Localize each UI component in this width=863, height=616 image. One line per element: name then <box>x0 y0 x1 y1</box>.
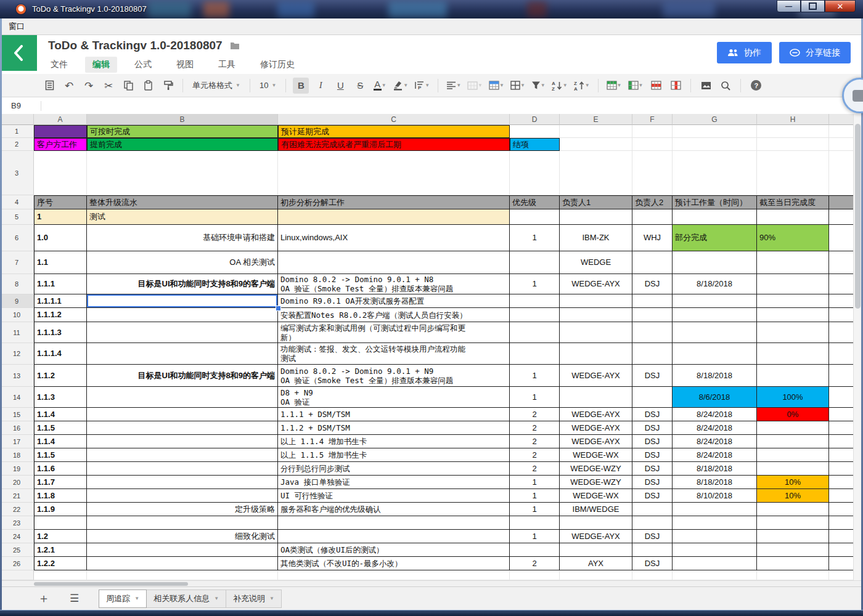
cell-D14[interactable]: 1 <box>510 387 560 408</box>
cell-C23[interactable] <box>278 516 510 530</box>
cell-F8[interactable]: DSJ <box>632 274 673 294</box>
cell-D8[interactable]: 1 <box>510 274 560 294</box>
cell-D22[interactable]: 1 <box>510 503 560 516</box>
maximize-button[interactable] <box>801 0 825 12</box>
sheet-tab[interactable]: 补充说明▼ <box>226 590 282 608</box>
cell-B13[interactable]: 目标是UI和功能同时支持8和9的客户端 <box>87 365 278 387</box>
cell-A8[interactable]: 1.1.1 <box>34 274 87 294</box>
cell-F19[interactable]: DSJ <box>632 462 673 476</box>
cell-G6[interactable]: 部分完成 <box>673 225 757 251</box>
cell-C21[interactable]: UI 可行性验证 <box>278 489 510 503</box>
cell-F23[interactable] <box>632 516 673 530</box>
cell-A17[interactable]: 1.1.4 <box>34 435 87 448</box>
cell-G1[interactable] <box>673 125 757 138</box>
cell-E25[interactable] <box>560 543 632 557</box>
row-header-15[interactable]: 15 <box>0 408 34 421</box>
cell-E14[interactable] <box>560 387 632 408</box>
cell-G7[interactable] <box>673 251 757 274</box>
cell-B24[interactable]: 细致化测试 <box>87 530 278 543</box>
cell-D9[interactable] <box>510 294 560 308</box>
cell-F21[interactable]: DSJ <box>632 489 673 503</box>
bold-button[interactable]: B <box>293 78 309 94</box>
share-link-button[interactable]: 分享链接 <box>779 42 851 63</box>
cell-H24[interactable] <box>757 530 829 543</box>
wrap-text-button[interactable]: P▼ <box>413 78 431 94</box>
row-header-19[interactable]: 19 <box>0 462 34 476</box>
cell-H3[interactable] <box>757 151 829 195</box>
help-icon[interactable]: ? <box>748 78 764 94</box>
cell-D3[interactable] <box>510 151 560 195</box>
close-button[interactable]: ✕ <box>825 0 856 12</box>
cell-F20[interactable]: DSJ <box>632 476 673 489</box>
horizontal-scrollbar-thumb[interactable] <box>34 582 188 586</box>
cell-E13[interactable]: WEDGE-AYX <box>560 365 632 387</box>
delete-column-button[interactable] <box>668 78 684 94</box>
print-icon[interactable] <box>41 78 57 94</box>
cell-D24[interactable]: 1 <box>510 530 560 543</box>
cell-H14[interactable]: 100% <box>757 387 829 408</box>
cell-D11[interactable] <box>510 322 560 343</box>
row-header-16[interactable]: 16 <box>0 421 34 435</box>
cell-B21[interactable] <box>87 489 278 503</box>
cell-F24[interactable]: DSJ <box>632 530 673 543</box>
cell-G24[interactable] <box>673 530 757 543</box>
grid-corner[interactable] <box>0 114 34 125</box>
cell-H21[interactable]: 10% <box>757 489 829 503</box>
cell-G4[interactable]: 预计工作量（时间） <box>673 195 757 209</box>
row-header-23[interactable]: 23 <box>0 516 34 530</box>
cell-D13[interactable]: 1 <box>510 365 560 387</box>
cell-C15[interactable]: 1.1.1 + DSM/TSM <box>278 408 510 421</box>
cell-F10[interactable] <box>632 308 673 322</box>
cell-B5[interactable]: 测试 <box>87 209 278 225</box>
cell-H25[interactable] <box>757 543 829 557</box>
folder-icon[interactable] <box>230 41 240 50</box>
sheet-list-icon[interactable]: ☰ <box>66 591 83 606</box>
cell-B27[interactable] <box>87 570 278 580</box>
cell-C24[interactable] <box>278 530 510 543</box>
cell-C12[interactable]: 功能测试：签报、发文、公文运转等模块用户流程功能 测试 <box>278 343 510 365</box>
font-size-dropdown[interactable]: 10▼ <box>255 78 280 94</box>
copy-icon[interactable] <box>120 78 136 94</box>
cell-B20[interactable] <box>87 476 278 489</box>
strikethrough-button[interactable]: S <box>352 78 368 94</box>
cell-C14[interactable]: D8 + N9 OA 验证 <box>278 387 510 408</box>
cell-D5[interactable] <box>510 209 560 225</box>
cell-E6[interactable]: IBM-ZK <box>560 225 632 251</box>
cell-H6[interactable]: 90% <box>757 225 829 251</box>
cell-A9[interactable]: 1.1.1.1 <box>34 294 87 308</box>
cell-A7[interactable]: 1.1 <box>34 251 87 274</box>
cell-A18[interactable]: 1.1.5 <box>34 448 87 462</box>
row-header-26[interactable]: 26 <box>0 557 34 570</box>
insert-row-button[interactable]: ▼ <box>605 78 623 94</box>
cell-A1[interactable] <box>34 125 87 138</box>
cell-H10[interactable] <box>757 308 829 322</box>
cell-C8[interactable]: Domino 8.0.2 -> Domino 9.0.1 + N8 OA 验证（… <box>278 274 510 294</box>
cell-E15[interactable]: WEDGE-AYX <box>560 408 632 421</box>
cell-C18[interactable]: 以上 1.1.5 增加书生卡 <box>278 448 510 462</box>
menu-item[interactable]: 修订历史 <box>253 57 302 73</box>
fill-color-button[interactable]: ▼ <box>391 78 409 94</box>
cell-G12[interactable] <box>673 343 757 365</box>
cell-G2[interactable] <box>673 138 757 151</box>
merge-cells-button[interactable]: ▼ <box>466 78 484 94</box>
cell-A13[interactable]: 1.1.2 <box>34 365 87 387</box>
cell-D27[interactable] <box>510 570 560 580</box>
cell-D17[interactable]: 2 <box>510 435 560 448</box>
vertical-scrollbar[interactable] <box>853 114 862 580</box>
cell-C22[interactable]: 服务器和客户端的优先级确认 <box>278 503 510 516</box>
cell-E26[interactable]: AYX <box>560 557 632 570</box>
cell-F15[interactable]: DSJ <box>632 408 673 421</box>
row-header-13[interactable]: 13 <box>0 365 34 387</box>
cell-E16[interactable]: WEDGE-AYX <box>560 421 632 435</box>
col-header-F[interactable]: F <box>632 114 673 125</box>
cell-E27[interactable] <box>560 570 632 580</box>
cell-F26[interactable]: DSJ <box>632 557 673 570</box>
cell-F14[interactable] <box>632 387 673 408</box>
cell-G13[interactable]: 8/18/2018 <box>673 365 757 387</box>
cell-C16[interactable]: 1.1.2 + DSM/TSM <box>278 421 510 435</box>
cell-A11[interactable]: 1.1.1.3 <box>34 322 87 343</box>
underline-button[interactable]: U <box>332 78 348 94</box>
row-header-25[interactable]: 25 <box>0 543 34 557</box>
cell-H20[interactable]: 10% <box>757 476 829 489</box>
row-header-5[interactable]: 5 <box>0 209 34 225</box>
